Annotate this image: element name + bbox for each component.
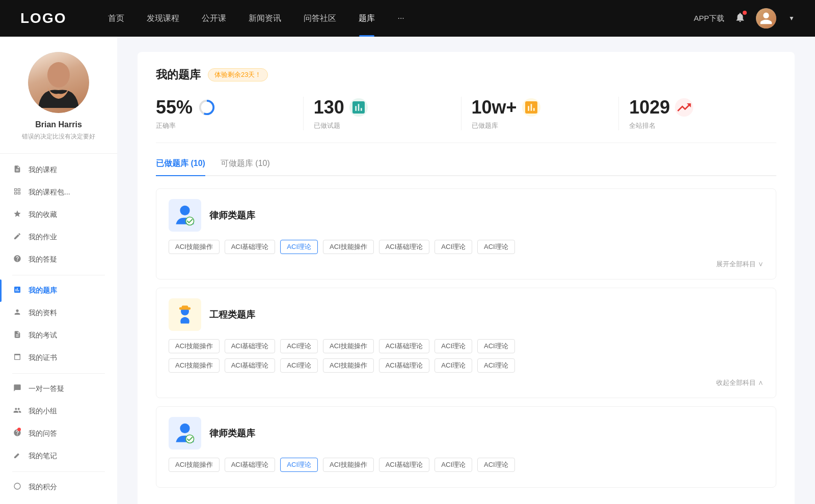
stat-rank: 1029 全站排名 [619, 97, 776, 130]
bank-title: 工程类题库 [209, 309, 255, 321]
tag[interactable]: ACI技能操作 [169, 240, 220, 254]
notification-bell[interactable] [735, 12, 746, 25]
stat-done-questions: 130 已做试题 [304, 97, 461, 130]
svg-point-8 [180, 424, 189, 433]
nav-discover[interactable]: 发现课程 [135, 0, 191, 37]
tag[interactable]: ACI技能操作 [169, 339, 220, 353]
sidebar-label: 我的笔记 [29, 452, 57, 461]
sidebar-item-points[interactable]: 我的积分 [0, 476, 117, 498]
bank-header: 律师类题库 [169, 199, 764, 232]
bank-card-3: 律师类题库 ACI技能操作 ACI基础理论 ACI理论 ACI技能操作 ACI基… [156, 406, 776, 488]
certificate-icon [12, 353, 22, 363]
tag[interactable]: ACI基础理论 [379, 339, 430, 353]
tag[interactable]: ACI基础理论 [225, 458, 276, 472]
nav-qa[interactable]: 问答社区 [292, 0, 347, 37]
bank-card-1: 律师类题库 ACI技能操作 ACI基础理论 ACI理论 ACI技能操作 ACI基… [156, 188, 776, 279]
stat-label: 已做试题 [314, 121, 340, 130]
nav-home[interactable]: 首页 [97, 0, 135, 37]
stat-top: 10w+ [472, 97, 540, 118]
tag[interactable]: ACI理论 [280, 240, 318, 254]
nav-more[interactable]: ··· [386, 0, 415, 37]
bank-card-2: 工程类题库 ACI技能操作 ACI基础理论 ACI理论 ACI技能操作 ACI基… [156, 288, 776, 398]
sidebar-item-favorites[interactable]: 我的收藏 [0, 204, 117, 226]
sidebar-item-questions[interactable]: 我的答疑 [0, 248, 117, 271]
tag[interactable]: ACI技能操作 [323, 240, 374, 254]
bank-footer: 收起全部科目 ∧ [169, 378, 764, 387]
tab-done[interactable]: 已做题库 (10) [156, 158, 205, 175]
tag[interactable]: ACI基础理论 [225, 358, 276, 373]
rank-icon [675, 98, 693, 117]
done-banks-icon [522, 98, 540, 117]
tag[interactable]: ACI理论 [477, 339, 515, 353]
sidebar-item-quiz-bank[interactable]: 我的题库 [0, 279, 117, 302]
stats-row: 55% 正确率 130 [156, 97, 776, 143]
tag[interactable]: ACI技能操作 [169, 458, 220, 472]
my-data-icon [12, 308, 22, 318]
sidebar-item-one-on-one[interactable]: 一对一答疑 [0, 378, 117, 400]
quiz-bank-icon [12, 286, 22, 296]
app-download-button[interactable]: APP下载 [694, 14, 724, 23]
avatar[interactable] [756, 8, 776, 29]
expand-button[interactable]: 展开全部科目 ∨ [716, 260, 764, 268]
nav-quiz[interactable]: 题库 [347, 0, 386, 37]
main-card: 我的题库 体验剩余23天！ 55% [138, 52, 795, 504]
tag[interactable]: ACI技能操作 [323, 339, 374, 353]
tab-available[interactable]: 可做题库 (10) [221, 158, 270, 175]
sidebar-item-packages[interactable]: 我的课程包... [0, 181, 117, 204]
stat-top: 130 [314, 97, 368, 118]
sidebar-item-homework[interactable]: 我的作业 [0, 226, 117, 248]
sidebar-item-certificate[interactable]: 我的证书 [0, 347, 117, 369]
sidebar-item-my-courses[interactable]: 我的课程 [0, 159, 117, 181]
questions-icon [12, 255, 22, 265]
tag[interactable]: ACI理论 [280, 458, 318, 472]
sidebar-item-notes[interactable]: 我的笔记 [0, 445, 117, 467]
bank-header: 律师类题库 [169, 417, 764, 450]
exam-icon [12, 330, 22, 341]
tag[interactable]: ACI技能操作 [323, 358, 374, 373]
collapse-button[interactable]: 收起全部科目 ∧ [716, 379, 764, 386]
bank-2-tags-row1: ACI技能操作 ACI基础理论 ACI理论 ACI技能操作 ACI基础理论 AC… [169, 339, 764, 353]
sidebar-item-group[interactable]: 我的小组 [0, 400, 117, 423]
tag[interactable]: ACI基础理论 [379, 240, 430, 254]
tag[interactable]: ACI理论 [477, 240, 515, 254]
stat-label: 正确率 [156, 121, 176, 130]
tag[interactable]: ACI基础理论 [379, 458, 430, 472]
stat-label: 已做题库 [472, 121, 498, 130]
tag[interactable]: ACI理论 [477, 358, 515, 373]
avatar-chevron-icon[interactable]: ▼ [789, 15, 795, 22]
sidebar-label: 我的问答 [29, 429, 57, 438]
tag[interactable]: ACI技能操作 [323, 458, 374, 472]
sidebar-label: 我的题库 [29, 286, 57, 295]
tag[interactable]: ACI理论 [280, 339, 318, 353]
tag[interactable]: ACI基础理论 [379, 358, 430, 373]
bank-footer: 展开全部科目 ∨ [169, 259, 764, 269]
navbar: LOGO 首页 发现课程 公开课 新闻资讯 问答社区 题库 ··· APP下载 … [0, 0, 815, 37]
stat-value: 130 [314, 97, 344, 118]
tag[interactable]: ACI基础理论 [225, 339, 276, 353]
stat-top: 55% [156, 97, 216, 118]
tag[interactable]: ACI理论 [434, 358, 472, 373]
accuracy-icon [198, 98, 216, 117]
sidebar-item-my-qa[interactable]: 我的问答 [0, 423, 117, 445]
nav-open-course[interactable]: 公开课 [191, 0, 237, 37]
tag[interactable]: ACI理论 [477, 458, 515, 472]
sidebar-item-my-data[interactable]: 我的资料 [0, 302, 117, 324]
sidebar-label: 我的课程包... [29, 188, 70, 197]
stat-top: 1029 [629, 97, 693, 118]
bank-icon-person [169, 199, 201, 232]
bank-1-tags: ACI技能操作 ACI基础理论 ACI理论 ACI技能操作 ACI基础理论 AC… [169, 240, 764, 254]
stat-value: 55% [156, 97, 193, 118]
tag[interactable]: ACI理论 [434, 458, 472, 472]
user-name: Brian Harris [35, 120, 82, 129]
stat-done-banks: 10w+ 已做题库 [461, 97, 619, 130]
points-icon [12, 482, 22, 492]
tag[interactable]: ACI理论 [434, 339, 472, 353]
page-layout: Brian Harris 错误的决定比没有决定要好 我的课程 我的课程包... [0, 37, 815, 504]
tag[interactable]: ACI技能操作 [169, 358, 220, 373]
sidebar-item-my-exam[interactable]: 我的考试 [0, 324, 117, 347]
tag[interactable]: ACI理论 [434, 240, 472, 254]
courses-icon [12, 165, 22, 175]
tag[interactable]: ACI基础理论 [225, 240, 276, 254]
tag[interactable]: ACI理论 [280, 358, 318, 373]
nav-news[interactable]: 新闻资讯 [237, 0, 292, 37]
